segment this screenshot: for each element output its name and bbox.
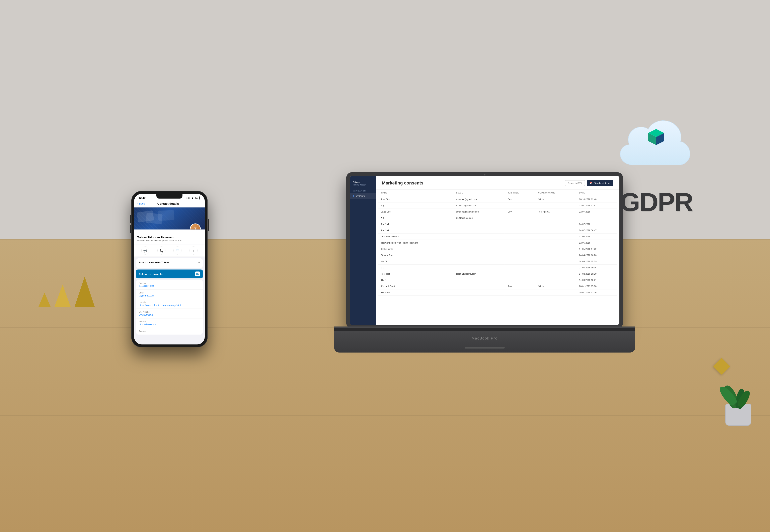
- status-icons: ●●● ▲ 4G ▐: [186, 196, 200, 199]
- card-visual-3: [158, 210, 174, 221]
- volume-up-button[interactable]: [130, 215, 131, 223]
- detail-vat: VAT Number DK38292665: [136, 309, 203, 318]
- table-row[interactable]: Test New Account11-06-2018: [378, 234, 618, 240]
- table-row[interactable]: Peal Testexample@gmail.comDevStinto08-10…: [378, 196, 618, 203]
- table-row[interactable]: Not Connected With Test M Test Com12-06-…: [378, 240, 618, 246]
- cell-job_title: [504, 289, 535, 296]
- cell-date: 14-03-2019 15:09: [576, 258, 618, 265]
- message-icon-button[interactable]: 💬: [141, 247, 149, 255]
- cell-name: Test New Account: [378, 234, 453, 240]
- cell-name: Ok Tn: [378, 277, 453, 283]
- cell-date: 14-02-2019 15:29: [576, 271, 618, 277]
- linkedin-icon: in: [195, 272, 200, 276]
- cell-job_title: Dev: [504, 209, 535, 215]
- cell-company: [535, 240, 576, 246]
- cell-date: [576, 215, 618, 221]
- cell-email: [453, 265, 504, 271]
- phone-icon-button[interactable]: 📞: [157, 247, 165, 255]
- cell-company: Stinto: [535, 283, 576, 289]
- brand-name: Stinto: [353, 181, 373, 184]
- cell-company: [535, 221, 576, 227]
- cell-name: Tommy Jep: [378, 252, 453, 258]
- cell-job_title: [504, 265, 535, 271]
- back-label: Back: [139, 202, 145, 205]
- cell-company: [535, 271, 576, 277]
- table-row[interactable]: Ok Tn14-03-2019 10:21: [378, 277, 618, 283]
- vat-label: VAT Number: [139, 311, 200, 313]
- network-label: 4G: [195, 196, 198, 199]
- cell-name: ¶ ¶: [378, 215, 453, 221]
- diamond-decoration: [716, 360, 728, 372]
- cell-job_title: [504, 252, 535, 258]
- table-row[interactable]: Fut Null04-07-2018 06:47: [378, 227, 618, 234]
- volume-down-button[interactable]: [130, 225, 131, 233]
- table-row[interactable]: Hat Votn28-01-2019 13:36: [378, 289, 618, 296]
- cell-name: Kenneth Jarck: [378, 283, 453, 289]
- status-time: 12.49: [138, 196, 145, 199]
- gdpr-badge: GDPR: [604, 117, 708, 213]
- table-header-row: NAME EMAIL JOB TITLE COMPANYNAME DATE: [378, 190, 618, 196]
- table-row[interactable]: Test Testtestmail@stinto.com14-02-2019 1…: [378, 271, 618, 277]
- table-container: NAME EMAIL JOB TITLE COMPANYNAME DATE Pe…: [376, 190, 620, 325]
- laptop-sidebar: Stinto Tommy Jepsen Navigation Overview: [350, 176, 376, 325]
- share-arrow-icon: ↗: [198, 261, 200, 264]
- diamond-shape: [713, 358, 730, 375]
- table-row[interactable]: Kenneth JarckJazzStinto28-01-2019 15:08: [378, 283, 618, 289]
- linkedin-follow-button[interactable]: Follow on LinkedIn in: [136, 270, 203, 278]
- detail-email: Email tp@stinto.com: [136, 290, 203, 299]
- cell-job_title: [504, 215, 535, 221]
- cell-job_title: Dev: [504, 196, 535, 203]
- linkedin-value[interactable]: https://www.linkedin.com/company/stinto: [139, 304, 200, 307]
- cell-email: example@gmail.com: [453, 196, 504, 203]
- cell-company: [535, 246, 576, 252]
- primary-phone-value[interactable]: +4528181440: [139, 285, 200, 287]
- cell-company: [535, 227, 576, 234]
- export-csv-button[interactable]: Export to CSV: [565, 180, 585, 186]
- cell-name: testv7 stinto: [378, 246, 453, 252]
- power-button[interactable]: [208, 219, 209, 231]
- table-row[interactable]: Tommy Jep24-04-2018 16:26: [378, 252, 618, 258]
- cell-company: [535, 252, 576, 258]
- table-row[interactable]: 1 J27-03-2019 10:16: [378, 265, 618, 271]
- website-value[interactable]: http://stinto.com: [139, 323, 200, 326]
- table-row[interactable]: ¶ ¶b121@stinto.com: [378, 215, 618, 221]
- email-value[interactable]: tp@stinto.com: [139, 294, 200, 297]
- nav-title: Contact details: [157, 202, 179, 205]
- gdpr-text: GDPR: [620, 187, 693, 217]
- linkedin-label: Follow on LinkedIn: [139, 272, 162, 275]
- laptop-notch: [465, 347, 505, 349]
- share-icon-button[interactable]: ↑: [189, 247, 198, 255]
- cell-email: b121@stinto.com: [453, 215, 504, 221]
- cell-name: Fut Null: [378, 221, 453, 227]
- cell-name: Test Test: [378, 271, 453, 277]
- cell-job_title: [504, 271, 535, 277]
- sidebar-brand: Stinto Tommy Jepsen: [350, 179, 376, 187]
- cell-date: 24-04-2018 16:26: [576, 252, 618, 258]
- email-icon-button[interactable]: ✉️: [173, 247, 181, 255]
- vat-value: DK38292665: [139, 313, 200, 316]
- cell-job_title: [504, 221, 535, 227]
- cell-email: [453, 234, 504, 240]
- contact-job-title: Head of Business Development at Stinto A…: [137, 239, 202, 242]
- table-row[interactable]: testv7 stinto14-05-2018 14:29: [378, 246, 618, 252]
- table-row[interactable]: Fut Null04-07-2018: [378, 221, 618, 227]
- cell-job_title: [504, 246, 535, 252]
- table-row[interactable]: ¶ ¶b123232@stinto.com23-01-2019 11:57: [378, 203, 618, 209]
- cell-name: Peal Test: [378, 196, 453, 203]
- sidebar-item-overview[interactable]: Overview: [350, 193, 376, 199]
- cell-email: janedoe@example.com: [453, 209, 504, 215]
- wifi-icon: ▲: [191, 196, 194, 199]
- table-row[interactable]: Ok Ok14-03-2019 15:09: [378, 258, 618, 265]
- cell-company: [535, 234, 576, 240]
- table-row[interactable]: Jane Doejanedoe@example.comDevTest Aps #…: [378, 209, 618, 215]
- back-button[interactable]: ‹ Back: [137, 202, 145, 205]
- cell-date: 14-05-2018 14:29: [576, 246, 618, 252]
- cell-company: [535, 277, 576, 283]
- back-chevron-icon: ‹: [137, 202, 138, 205]
- address-label: Address: [139, 330, 200, 332]
- detail-address: Address: [136, 328, 203, 335]
- col-job-title: JOB TITLE: [504, 190, 535, 196]
- cell-name: 1 J: [378, 265, 453, 271]
- primary-label: Primary: [139, 282, 200, 284]
- cell-job_title: [504, 234, 535, 240]
